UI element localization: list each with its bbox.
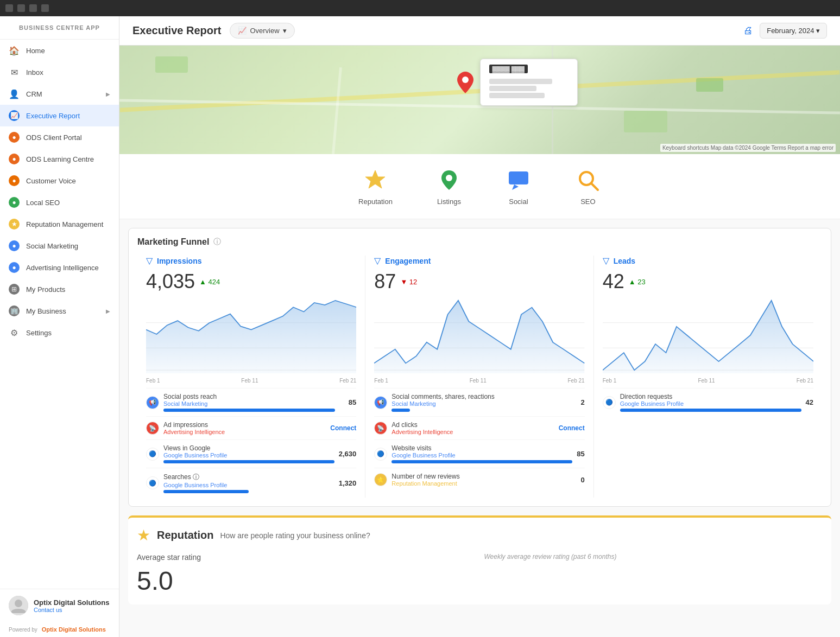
- axis-label: Feb 11: [470, 378, 487, 384]
- date-selector[interactable]: February, 2024 ▾: [760, 23, 827, 39]
- sidebar-icon-executive-report: 📈: [9, 110, 20, 121]
- sidebar-item-inbox[interactable]: ✉ Inbox: [0, 61, 119, 83]
- category-item-listings[interactable]: Listings: [436, 167, 462, 206]
- metric-row-searches: 🔵 Searches ⓘ Google Business Profile 1,3…: [146, 468, 356, 498]
- metric-info-direction-requests: Direction requests Google Business Profi…: [620, 393, 801, 412]
- metric-source-views-in-google: Google Business Profile: [163, 452, 334, 458]
- trend-icon: 📈: [238, 27, 247, 35]
- funnel-number-impressions: 4,035 ▲ 424: [146, 270, 356, 293]
- powered-by: Powered by Optix Digital Solutions: [0, 622, 119, 637]
- overview-tab[interactable]: 📈 Overview ▾: [230, 23, 294, 39]
- metric-icon-ad-clicks: 📡: [374, 422, 387, 435]
- metric-source-ad-impressions: Advertising Intelligence: [163, 429, 326, 435]
- sidebar-item-ods-client-portal[interactable]: ● ODS Client Portal: [0, 126, 119, 148]
- funnel-delta-leads: ▲ 23: [629, 278, 646, 286]
- category-label-reputation: Reputation: [358, 198, 393, 206]
- category-row: Reputation Listings Social SEO: [119, 154, 840, 219]
- sidebar-item-executive-report[interactable]: 📈 Executive Report: [0, 105, 119, 126]
- sidebar-item-customer-voice[interactable]: ● Customer Voice: [0, 170, 119, 192]
- sidebar-icon-ods-client-portal: ●: [9, 132, 20, 143]
- connect-button-ad-clicks[interactable]: Connect: [559, 424, 585, 432]
- sidebar-icon-home: 🏠: [9, 45, 20, 56]
- menu-icon[interactable]: [5, 4, 13, 12]
- topbar-item-3[interactable]: [41, 4, 49, 12]
- topbar-item-2[interactable]: [29, 4, 37, 12]
- funnel-delta-engagement: ▼ 12: [400, 278, 417, 286]
- sidebar-label-executive-report: Executive Report: [26, 112, 80, 120]
- funnel-delta-impressions: ▲ 424: [199, 278, 220, 286]
- sidebar-label-home: Home: [26, 47, 45, 55]
- category-icon-reputation: [362, 167, 388, 193]
- axis-label: Feb 11: [698, 378, 715, 384]
- category-item-social[interactable]: Social: [506, 167, 532, 206]
- metric-info-ad-impressions: Ad impressions Advertising Intelligence: [163, 421, 326, 435]
- marketing-funnel-section: Marketing Funnel ⓘ ▽ Impressions 4,035 ▲…: [128, 228, 831, 507]
- print-button[interactable]: 🖨: [743, 25, 753, 36]
- sidebar-item-settings[interactable]: ⚙ Settings: [0, 322, 119, 343]
- sidebar-item-home[interactable]: 🏠 Home: [0, 40, 119, 61]
- powered-by-logo: Optix Digital Solutions: [42, 626, 106, 633]
- funnel-title: Marketing Funnel: [137, 237, 209, 247]
- content-header: Executive Report 📈 Overview ▾ 🖨 February…: [119, 16, 840, 46]
- funnel-col-title-engagement[interactable]: Engagement: [385, 257, 431, 265]
- funnel-col-impressions: ▽ Impressions 4,035 ▲ 424: [137, 256, 365, 498]
- funnel-col-title-impressions[interactable]: Impressions: [157, 257, 201, 265]
- reputation-section: ★ Reputation How are people rating your …: [128, 515, 831, 604]
- metric-source-new-reviews: Reputation Management: [391, 480, 576, 487]
- sidebar-label-customer-voice: Customer Voice: [26, 177, 76, 185]
- svg-marker-3: [365, 170, 385, 188]
- topbar-item-1[interactable]: [17, 4, 25, 12]
- metric-row-new-reviews: ⭐ Number of new reviews Reputation Manag…: [374, 468, 584, 491]
- sidebar-label-settings: Settings: [26, 329, 52, 337]
- category-icon-seo: [575, 167, 601, 193]
- funnel-filter-icon-engagement: ▽: [374, 256, 381, 266]
- metric-info-new-reviews: Number of new reviews Reputation Managem…: [391, 473, 576, 487]
- metric-value-views-in-google: 2,630: [339, 450, 357, 458]
- metric-value-direction-requests: 42: [806, 398, 813, 406]
- axis-label: Feb 21: [797, 378, 813, 384]
- sidebar-label-advertising-intelligence: Advertising Intelligence: [26, 264, 99, 272]
- metric-info-searches: Searches ⓘ Google Business Profile: [163, 473, 334, 493]
- sidebar-item-my-products[interactable]: ⊞ My Products: [0, 278, 119, 300]
- metric-name-social-comments: Social comments, shares, reactions: [391, 393, 576, 400]
- category-item-reputation[interactable]: Reputation: [358, 167, 393, 206]
- sidebar-item-social-marketing[interactable]: ● Social Marketing: [0, 235, 119, 257]
- chevron-icon: ▶: [106, 91, 110, 97]
- metric-name-ad-clicks: Ad clicks: [391, 421, 554, 429]
- sidebar-item-ods-learning-centre[interactable]: ● ODS Learning Centre: [0, 148, 119, 170]
- metric-source-social-posts-reach: Social Marketing: [163, 400, 344, 407]
- axis-label: Feb 21: [568, 378, 585, 384]
- svg-line-7: [591, 183, 598, 190]
- sidebar-icon-crm: 👤: [9, 88, 20, 99]
- metric-source-website-visits: Google Business Profile: [391, 452, 572, 458]
- category-icon-social: [506, 167, 532, 193]
- top-bar: [0, 0, 840, 16]
- sidebar-label-ods-client-portal: ODS Client Portal: [26, 133, 82, 142]
- contact-link[interactable]: Contact us: [34, 607, 109, 613]
- sidebar-label-reputation-management: Reputation Management: [26, 220, 103, 228]
- map-pin: [457, 72, 473, 95]
- funnel-col-header-impressions: ▽ Impressions: [146, 256, 356, 266]
- category-item-seo[interactable]: SEO: [575, 167, 601, 206]
- funnel-value-leads: 42: [603, 270, 624, 293]
- sidebar-item-local-seo[interactable]: ● Local SEO: [0, 192, 119, 213]
- connect-button-ad-impressions[interactable]: Connect: [330, 424, 356, 432]
- metric-source-direction-requests: Google Business Profile: [620, 400, 801, 407]
- sidebar-label-local-seo: Local SEO: [26, 199, 60, 207]
- sidebar-icon-advertising-intelligence: ●: [9, 262, 20, 273]
- metric-name-ad-impressions: Ad impressions: [163, 421, 326, 429]
- axis-label: Feb 1: [603, 378, 617, 384]
- sidebar-item-my-business[interactable]: 🏢 My Business ▶: [0, 300, 119, 322]
- sidebar-item-crm[interactable]: 👤 CRM ▶: [0, 83, 119, 105]
- axis-label: Feb 1: [374, 378, 388, 384]
- metric-name-searches: Searches ⓘ: [163, 473, 334, 482]
- info-icon[interactable]: ⓘ: [213, 237, 221, 247]
- metric-value-social-posts-reach: 85: [349, 398, 356, 406]
- sidebar-item-reputation-management[interactable]: ★ Reputation Management: [0, 213, 119, 235]
- metric-name-website-visits: Website visits: [391, 444, 572, 452]
- sidebar-item-advertising-intelligence[interactable]: ● Advertising Intelligence: [0, 257, 119, 278]
- sidebar-label-my-business: My Business: [26, 307, 66, 315]
- page-title: Executive Report: [132, 24, 221, 37]
- avg-star-value: 5.0: [137, 566, 476, 596]
- funnel-col-title-leads[interactable]: Leads: [614, 257, 635, 265]
